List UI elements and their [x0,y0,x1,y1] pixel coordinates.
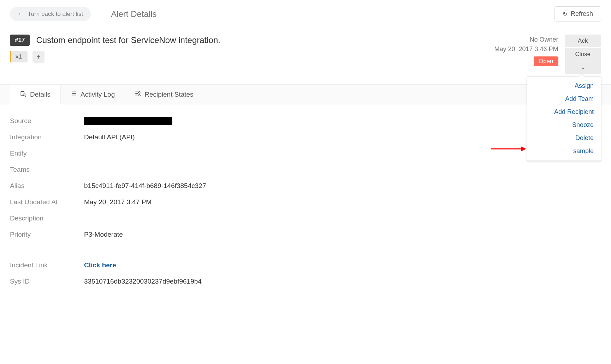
dropdown-assign[interactable]: Assign [527,79,601,92]
add-tag-button[interactable]: + [32,51,45,63]
details-panel: Source Integration Default API (API) Ent… [0,104,611,298]
value-last-updated: May 20, 2017 3:47 PM [84,198,152,206]
alert-header: #17 Custom endpoint test for ServiceNow … [0,28,611,74]
row-incident-link: Incident Link Click here [10,257,601,273]
value-sys-id: 33510716db32320030237d9ebf9619b4 [84,278,202,285]
recipient-icon [135,90,141,98]
alert-title: Custom endpoint test for ServiceNow inte… [36,35,220,45]
back-label: Turn back to alert list [28,11,83,18]
value-integration: Default API (API) [84,133,135,141]
tab-details-label: Details [30,91,51,98]
more-actions-button[interactable]: ⌄ [565,61,601,74]
action-column: Ack Close ⌄ [565,35,601,74]
tab-activity-log[interactable]: Activity Log [61,85,125,104]
chevron-down-icon: ⌄ [581,65,585,71]
row-alias: Alias b15c4911-fe97-414f-b689-146f3854c3… [10,178,601,194]
actions-dropdown: Assign Add Team Add Recipient Snooze Del… [527,76,601,161]
refresh-icon: ↻ [563,11,567,17]
row-entity: Entity [10,145,601,162]
svg-line-4 [25,96,26,97]
top-bar: ← Turn back to alert list Alert Details … [0,0,611,28]
label-teams: Teams [10,166,84,174]
tab-recipient-states[interactable]: Recipient States [125,85,203,104]
status-badge: Open [534,56,558,66]
row-integration: Integration Default API (API) [10,129,601,145]
close-button[interactable]: Close [565,48,601,61]
label-source: Source [10,117,84,125]
row-last-updated: Last Updated At May 20, 2017 3:47 PM [10,194,601,210]
svg-rect-2 [21,91,24,96]
dropdown-add-recipient[interactable]: Add Recipient [527,105,601,119]
divider [101,7,101,21]
value-alias: b15c4911-fe97-414f-b689-146f3854c327 [84,182,206,190]
svg-point-11 [138,92,140,93]
incident-link[interactable]: Click here [84,261,116,269]
owner-text: No Owner [494,36,558,43]
dropdown-delete[interactable]: Delete [527,132,601,145]
label-entity: Entity [10,150,84,157]
count-tag: x1 [10,51,28,62]
tag-row: x1 + [10,51,494,63]
tab-activity-label: Activity Log [81,91,115,98]
alert-id-badge: #17 [10,35,30,46]
label-last-updated: Last Updated At [10,198,84,206]
refresh-button[interactable]: ↻ Refresh [554,6,601,22]
list-icon [71,90,77,98]
back-button[interactable]: ← Turn back to alert list [10,7,91,21]
row-priority: Priority P3-Moderate [10,226,601,243]
search-doc-icon [20,91,26,99]
value-priority: P3-Moderate [84,231,123,238]
value-source-redacted [84,117,172,125]
row-teams: Teams [10,162,601,178]
refresh-label: Refresh [571,10,593,18]
dropdown-add-team[interactable]: Add Team [527,92,601,105]
dropdown-snooze[interactable]: Snooze [527,119,601,132]
ack-button[interactable]: Ack [565,35,601,47]
tab-recipient-label: Recipient States [144,91,193,98]
page-title: Alert Details [111,9,156,19]
tabs: Details Activity Log Recipient States [0,84,611,104]
label-sys-id: Sys ID [10,278,84,285]
plus-icon: + [36,53,41,61]
row-sys-id: Sys ID 33510716db32320030237d9ebf9619b4 [10,273,601,290]
tab-details[interactable]: Details [10,85,61,104]
row-description: Description [10,210,601,226]
label-incident-link: Incident Link [10,261,84,269]
dropdown-sample[interactable]: sample [527,145,601,158]
created-date: May 20, 2017 3:46 PM [494,46,558,53]
label-alias: Alias [10,182,84,190]
alert-header-left: #17 Custom endpoint test for ServiceNow … [10,35,494,63]
title-row: #17 Custom endpoint test for ServiceNow … [10,35,494,46]
section-divider [10,250,601,250]
alert-header-right: No Owner May 20, 2017 3:46 PM Open [494,35,558,66]
row-source: Source [10,113,601,129]
label-priority: Priority [10,231,84,238]
arrow-left-icon: ← [18,10,24,18]
label-integration: Integration [10,133,84,141]
label-description: Description [10,214,84,222]
